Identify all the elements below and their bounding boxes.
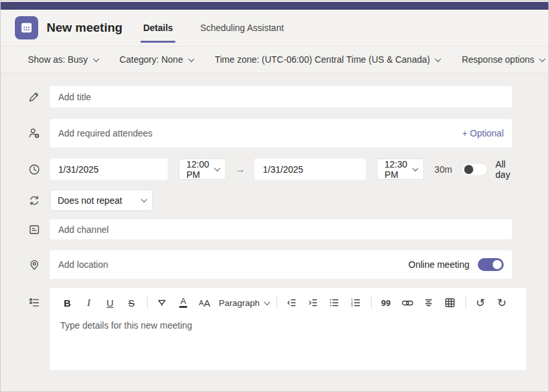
calendar-icon bbox=[15, 16, 38, 39]
font-color-icon[interactable]: A bbox=[176, 295, 190, 310]
to-arrow-icon: → bbox=[235, 164, 245, 175]
formatting-toolbar: B I U S A AA Paragraph bbox=[60, 294, 516, 311]
chevron-down-icon bbox=[435, 56, 442, 62]
undo-icon[interactable]: ↺ bbox=[473, 295, 487, 310]
response-options-dropdown[interactable]: Response options bbox=[462, 54, 544, 65]
tab-scheduling-assistant[interactable]: Scheduling Assistant bbox=[199, 10, 285, 46]
strikethrough-icon[interactable]: S bbox=[124, 295, 139, 310]
meeting-form: + Optional 12:00 PM → 12:30 PM 30m All d… bbox=[1, 73, 548, 370]
redo-icon[interactable]: ↻ bbox=[495, 295, 509, 310]
meeting-options-bar: Show as: Busy Category: None Time zone: … bbox=[1, 46, 548, 73]
show-as-dropdown[interactable]: Show as: Busy bbox=[28, 54, 98, 65]
page-title: New meeting bbox=[47, 21, 122, 35]
toolbar-divider bbox=[371, 297, 372, 309]
outdent-icon[interactable] bbox=[284, 295, 298, 310]
start-date-input[interactable] bbox=[50, 158, 168, 180]
chevron-down-icon bbox=[539, 56, 546, 62]
required-attendees-input[interactable] bbox=[58, 128, 462, 138]
chevron-down-icon bbox=[141, 196, 148, 202]
channel-icon bbox=[28, 223, 41, 236]
category-dropdown[interactable]: Category: None bbox=[120, 54, 194, 65]
underline-icon[interactable]: U bbox=[103, 295, 117, 310]
end-date-input[interactable] bbox=[254, 158, 366, 180]
all-day-label: All day bbox=[495, 159, 512, 180]
window-top-accent-bar bbox=[1, 2, 548, 10]
agenda-icon bbox=[28, 296, 41, 309]
bold-icon[interactable]: B bbox=[60, 295, 74, 310]
description-editor[interactable]: B I U S A AA Paragraph bbox=[50, 288, 526, 370]
quote-icon[interactable]: 99 bbox=[379, 295, 393, 310]
link-icon[interactable] bbox=[400, 295, 414, 310]
repeat-select[interactable]: Does not repeat bbox=[50, 190, 153, 211]
add-attendee-icon bbox=[28, 127, 41, 140]
location-field: Online meeting bbox=[50, 250, 512, 279]
font-size-icon[interactable]: AA bbox=[197, 295, 212, 310]
bullet-list-icon[interactable] bbox=[327, 295, 341, 310]
repeat-icon bbox=[28, 194, 41, 207]
duration-label: 30m bbox=[434, 164, 452, 175]
online-meeting-label: Online meeting bbox=[409, 259, 469, 270]
numbered-list-icon[interactable]: 123 bbox=[348, 295, 363, 310]
paragraph-style-dropdown[interactable]: Paragraph bbox=[219, 298, 269, 308]
pencil-icon bbox=[28, 91, 41, 103]
add-optional-attendees-link[interactable]: + Optional bbox=[462, 128, 504, 138]
chevron-down-icon bbox=[214, 165, 221, 171]
time-zone-dropdown[interactable]: Time zone: (UTC-06:00) Central Time (US … bbox=[215, 54, 440, 65]
toolbar-divider bbox=[276, 297, 277, 309]
channel-input[interactable] bbox=[50, 219, 512, 239]
table-icon[interactable] bbox=[443, 295, 457, 310]
toolbar-divider bbox=[465, 297, 466, 309]
chevron-down-icon bbox=[264, 299, 271, 305]
all-day-toggle[interactable] bbox=[462, 163, 487, 176]
start-time-select[interactable]: 12:00 PM bbox=[179, 158, 226, 180]
tab-details[interactable]: Details bbox=[142, 10, 174, 46]
attendees-field: + Optional bbox=[50, 119, 512, 147]
chevron-down-icon bbox=[188, 56, 194, 62]
description-placeholder[interactable]: Type details for this new meeting bbox=[60, 320, 516, 331]
title-input[interactable] bbox=[50, 86, 512, 107]
new-meeting-dialog: New meeting Details Scheduling Assistant… bbox=[0, 0, 549, 392]
end-time-select[interactable]: 12:30 PM bbox=[377, 158, 424, 180]
location-input[interactable] bbox=[58, 259, 409, 270]
highlight-icon[interactable] bbox=[155, 295, 169, 310]
header-tabs: Details Scheduling Assistant bbox=[142, 10, 309, 46]
insert-divider-icon[interactable] bbox=[421, 295, 436, 310]
location-icon bbox=[28, 258, 41, 271]
svg-text:3: 3 bbox=[351, 304, 353, 307]
italic-icon[interactable]: I bbox=[82, 295, 96, 310]
clock-icon bbox=[28, 163, 41, 176]
chevron-down-icon bbox=[412, 165, 419, 171]
chevron-down-icon bbox=[93, 56, 99, 62]
indent-icon[interactable] bbox=[306, 295, 320, 310]
dialog-header: New meeting Details Scheduling Assistant bbox=[1, 10, 548, 46]
online-meeting-toggle[interactable] bbox=[478, 258, 504, 271]
toolbar-divider bbox=[147, 297, 148, 309]
